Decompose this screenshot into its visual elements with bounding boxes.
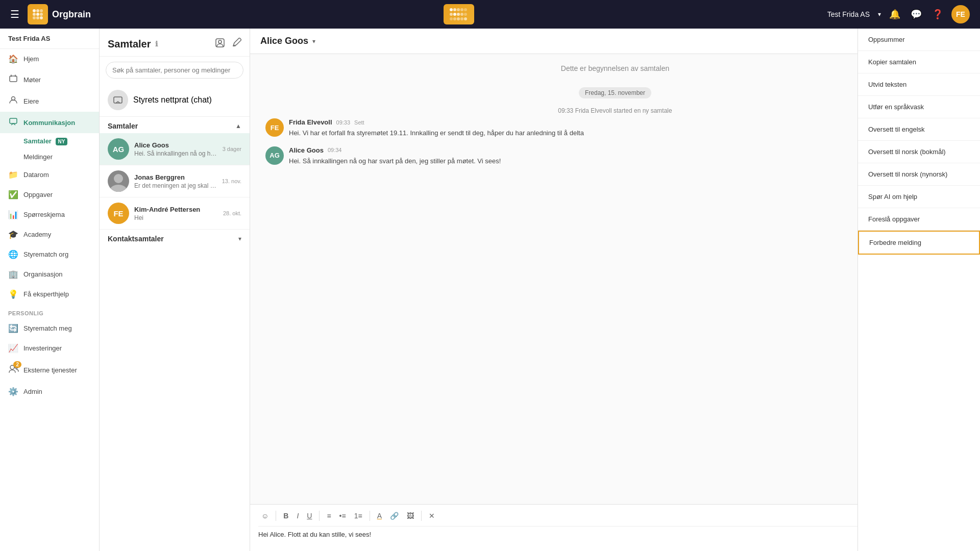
svg-point-1 (36, 9, 39, 12)
conv-info-kim: Kim-André Pettersen Hei (134, 206, 218, 221)
sidebar-label-oppgaver: Oppgaver (23, 191, 53, 198)
conv-time-kim: 28. okt. (223, 210, 241, 216)
conv-avatar-kim: FE (108, 203, 129, 224)
sidebar-sub-meldinger[interactable]: Meldinger (0, 149, 99, 165)
svg-point-20 (453, 17, 456, 20)
sidebar-item-eksperthjelp[interactable]: 💡 Få eksperthjelp (0, 284, 99, 304)
help-icon[interactable]: ❓ (932, 9, 943, 20)
sidebar-label-styrematch: Styrematch org (23, 251, 68, 258)
topbar: ☰ Orgbrain (0, 0, 980, 29)
moter-icon (8, 74, 18, 85)
kontakt-section-header[interactable]: Kontaktsamtaler ▾ (100, 230, 250, 246)
ai-item-oppsummer[interactable]: Oppsummer (858, 29, 980, 51)
svg-point-14 (450, 13, 453, 16)
sidebar-item-datarom[interactable]: 📁 Datarom (0, 165, 99, 185)
ai-item-oversett-no-nn[interactable]: Oversett til norsk (nynorsk) (858, 163, 980, 186)
sidebar-item-eksterne[interactable]: 2 Eksterne tjenester (0, 358, 99, 382)
ai-item-oversett-en[interactable]: Oversett til engelsk (858, 118, 980, 141)
conv-header: Samtaler ℹ (100, 29, 250, 57)
sidebar-item-styrematch[interactable]: 🌐 Styrematch org (0, 244, 99, 264)
toolbar-divider-3 (370, 511, 370, 521)
text-color-button[interactable]: A (374, 510, 385, 522)
conv-time-jonas: 13. nov. (222, 178, 241, 184)
search-input[interactable] (106, 62, 243, 79)
sidebar-item-eiere[interactable]: Eiere (0, 90, 99, 112)
hamburger-icon[interactable]: ☰ (10, 8, 19, 20)
datarom-icon: 📁 (8, 170, 18, 180)
conv-profile-icon[interactable] (215, 38, 225, 50)
group-chat-item[interactable]: Styrets nettprat (chat) (100, 84, 250, 117)
toolbar-divider-1 (276, 511, 276, 521)
externe-badge: 2 (13, 361, 21, 368)
group-chat-icon (108, 90, 128, 110)
ai-item-kopier[interactable]: Kopier samtalen (858, 51, 980, 73)
sidebar-item-kommunikasjon[interactable]: Kommunikasjon (0, 112, 99, 133)
bullet-list-button[interactable]: •≡ (336, 510, 349, 522)
topbar-icons: 🔔 💬 ❓ (889, 9, 943, 20)
close-button[interactable]: ✕ (426, 510, 438, 522)
sidebar-item-moter[interactable]: Møter (0, 69, 99, 90)
emoji-button[interactable]: ☺ (258, 510, 272, 522)
conv-name-alice: Alice Goos (134, 141, 217, 149)
bell-icon[interactable]: 🔔 (889, 9, 900, 20)
blockquote-button[interactable]: ≡ (324, 510, 334, 522)
sub-samtaler-label: Samtaler (23, 137, 52, 145)
eksperthjelp-icon: 💡 (8, 289, 18, 299)
ai-item-utvid[interactable]: Utvid teksten (858, 73, 980, 96)
samtaler-section-header[interactable]: Samtaler ▲ (100, 117, 250, 133)
ai-item-oversett-no-bm[interactable]: Oversett til norsk (bokmål) (858, 141, 980, 163)
svg-point-8 (40, 16, 43, 19)
sidebar-item-sporreskjema[interactable]: 📊 Spørreskjema (0, 205, 99, 224)
bold-button[interactable]: B (280, 510, 291, 522)
sidebar-item-styrematch-meg[interactable]: 🔄 Styrematch meg (0, 318, 99, 338)
msg-avatar-frida: FE (265, 118, 284, 137)
sidebar-item-academy[interactable]: 🎓 Academy (0, 224, 99, 244)
ordered-list-button[interactable]: 1≡ (351, 510, 365, 522)
ai-item-foreslå-oppgaver[interactable]: Foreslå oppgaver (858, 208, 980, 231)
link-button[interactable]: 🔗 (387, 510, 402, 522)
conv-info-jonas: Jonas Berggren Er det meningen at jeg sk… (134, 173, 217, 189)
sidebar-item-investeringer[interactable]: 📈 Investeringer (0, 338, 99, 358)
sidebar-label-investeringer: Investeringer (23, 344, 62, 352)
sidebar-item-hjem[interactable]: 🏠 Hjem (0, 49, 99, 69)
underline-button[interactable]: U (304, 510, 315, 522)
company-label[interactable]: Test Frida AS (827, 10, 870, 18)
conv-title-wrap: Samtaler ℹ (108, 38, 158, 50)
conv-preview-kim: Hei (134, 214, 218, 221)
sidebar-label-moter: Møter (23, 76, 41, 84)
svg-point-15 (453, 13, 456, 16)
chat-icon[interactable]: 💬 (911, 9, 922, 20)
chat-name-dropdown[interactable]: ▾ (312, 38, 315, 45)
conv-info-icon[interactable]: ℹ (155, 40, 158, 48)
sidebar-item-oppgaver[interactable]: ✅ Oppgaver (0, 185, 99, 205)
conv-item-kim[interactable]: FE Kim-André Pettersen Hei 28. okt. (100, 197, 250, 230)
eiere-icon (8, 95, 18, 107)
styrematch-meg-icon: 🔄 (8, 323, 18, 333)
svg-point-4 (36, 13, 39, 16)
chat-header-left: Alice Goos ▾ (260, 36, 315, 46)
ai-item-spor-ai[interactable]: Spør AI om hjelp (858, 186, 980, 208)
conv-avatar-jonas (108, 170, 129, 192)
ai-item-sprakvask[interactable]: Utfør en språkvask (858, 96, 980, 118)
sidebar-label-styrematch-meg: Styrematch meg (23, 324, 72, 332)
conv-item-alice[interactable]: AG Alice Goos Hei. Så innkallingen nå og… (100, 133, 250, 165)
sidebar-label-eiere: Eiere (23, 97, 39, 105)
sidebar-item-admin[interactable]: ⚙️ Admin (0, 382, 99, 402)
chat-area: Alice Goos ▾ Dette er begynnelsen av sam… (250, 29, 980, 551)
conv-compose-icon[interactable] (231, 38, 241, 50)
company-dropdown-icon[interactable]: ▾ (878, 11, 881, 18)
svg-point-18 (464, 13, 467, 16)
logo-text: Orgbrain (52, 9, 91, 20)
oppgaver-icon: ✅ (8, 190, 18, 199)
msg-sender-frida: Frida Elvevoll (289, 118, 332, 126)
conv-item-jonas[interactable]: Jonas Berggren Er det meningen at jeg sk… (100, 165, 250, 197)
svg-point-34 (114, 174, 123, 183)
msg-avatar-alice: AG (265, 146, 284, 165)
image-button[interactable]: 🖼 (404, 510, 417, 522)
user-avatar-top[interactable]: FE (951, 5, 970, 23)
kontakt-section-title: Kontaktsamtaler (108, 235, 164, 243)
ai-item-forbedre[interactable]: Forbedre melding (858, 231, 980, 255)
sidebar-sub-samtaler[interactable]: Samtaler NY (0, 133, 99, 149)
sidebar-item-organisasjon[interactable]: 🏢 Organisasjon (0, 264, 99, 284)
italic-button[interactable]: I (293, 510, 302, 522)
